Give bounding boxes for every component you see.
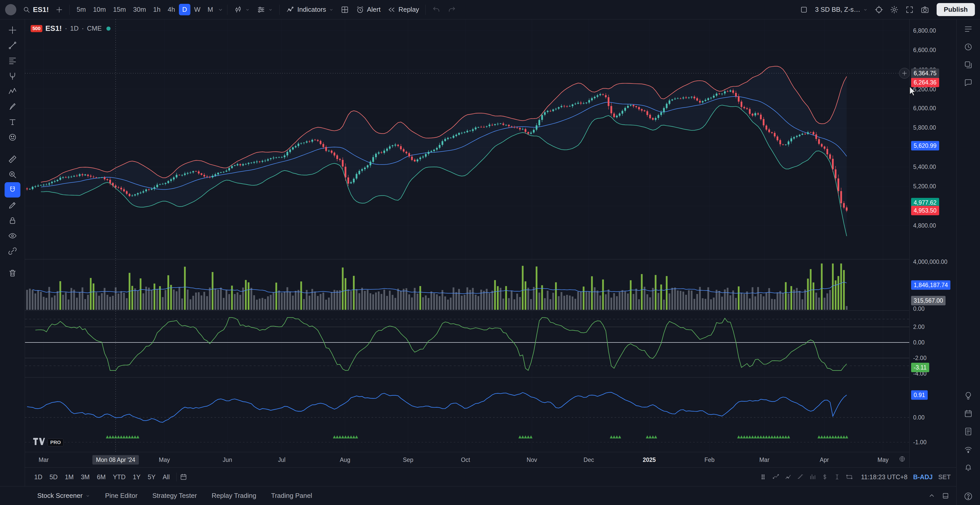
settlement-toggle[interactable]: SET [938, 473, 951, 481]
hide-drawings-tool[interactable] [5, 228, 21, 243]
panel-tab-replay-trading[interactable]: Replay Trading [208, 490, 260, 502]
marker-line-tool[interactable] [772, 473, 780, 481]
publish-button[interactable]: Publish [937, 3, 975, 16]
news-panel-button[interactable] [964, 427, 973, 436]
expand-panel-icon[interactable] [928, 492, 935, 499]
text-cursor-tool[interactable] [834, 473, 841, 481]
drag-handle-icon[interactable] [759, 473, 767, 481]
replay-button[interactable]: Replay [384, 3, 422, 16]
crosshair-tool[interactable] [5, 22, 21, 38]
range-button-3M[interactable]: 3M [77, 472, 94, 482]
adjustment-toggle[interactable]: B-ADJ [913, 473, 932, 481]
range-button-5D[interactable]: 5D [46, 472, 61, 482]
timezone-button[interactable] [899, 456, 906, 464]
trend-line-tool[interactable] [5, 38, 21, 53]
help-button[interactable] [964, 492, 973, 501]
symbol-search-button[interactable]: ES1! [20, 3, 52, 16]
emoji-tool[interactable] [5, 130, 21, 145]
interval-button-10m[interactable]: 10m [89, 4, 109, 15]
range-button-6M[interactable]: 6M [93, 472, 109, 482]
panel-tab-trading-panel[interactable]: Trading Panel [267, 490, 316, 502]
time-axis-label: Mar [38, 457, 49, 464]
range-button-1M[interactable]: 1M [61, 472, 77, 482]
screenshot-button[interactable] [918, 3, 932, 16]
range-button-1D[interactable]: 1D [30, 472, 46, 482]
remove-drawings-tool[interactable] [5, 265, 21, 281]
gear-icon [890, 5, 899, 14]
measure-tool[interactable] [5, 152, 21, 167]
interval-button-4h[interactable]: 4h [164, 4, 178, 15]
streams-panel-button[interactable] [964, 445, 973, 454]
market-status-dot[interactable] [107, 27, 110, 31]
zoom-in-tool[interactable] [5, 167, 21, 182]
quick-search-button[interactable] [872, 3, 886, 16]
user-menu-button[interactable] [5, 4, 16, 15]
chart-settings-button[interactable] [887, 3, 901, 16]
object-tree-panel-button[interactable] [964, 60, 973, 70]
top-toolbar: ES1! 5m10m15m30m1h4hDWM Indicators [0, 0, 980, 19]
panel-tab-pine-editor[interactable]: Pine Editor [102, 490, 141, 502]
alerts-panel-button[interactable] [964, 42, 973, 52]
chart-style-settings-button[interactable] [254, 3, 276, 16]
panel-tab-strategy-tester[interactable]: Strategy Tester [149, 490, 200, 502]
drawing-mode-tool[interactable] [5, 197, 21, 213]
brush-tool[interactable] [5, 99, 21, 114]
tradingview-logo[interactable]: PRO [33, 438, 64, 447]
range-button-YTD[interactable]: YTD [109, 472, 129, 482]
go-to-date-button[interactable] [180, 473, 187, 481]
price-axis-label: 5,400.00 [913, 164, 936, 170]
range-button-1Y[interactable]: 1Y [129, 472, 144, 482]
calendar-panel-button[interactable] [964, 409, 973, 418]
text-tool[interactable] [5, 114, 21, 130]
pitchfork-tool[interactable] [5, 68, 21, 84]
panel-tab-stock-screener[interactable]: Stock Screener [34, 490, 94, 502]
chart-type-button[interactable] [231, 3, 253, 16]
range-button-5Y[interactable]: 5Y [144, 472, 159, 482]
range-button-All[interactable]: All [159, 472, 173, 482]
interval-button-D[interactable]: D [179, 4, 190, 15]
chart-area[interactable] [25, 19, 909, 452]
time-axis[interactable]: MarMayJunJulAugSepOctNovDec2025FebMarApr… [25, 452, 909, 467]
list-icon [964, 24, 973, 34]
fib-retracement-tool[interactable] [5, 53, 21, 68]
chat-panel-button[interactable] [964, 78, 973, 87]
interval-button-W[interactable]: W [191, 4, 204, 15]
bars-tool[interactable] [809, 473, 816, 481]
interval-button-15m[interactable]: 15m [110, 4, 129, 15]
polyline-tool[interactable] [784, 473, 792, 481]
alert-button[interactable]: Alert [353, 3, 383, 16]
notifications-panel-button[interactable] [964, 463, 973, 472]
magnet-tool[interactable] [5, 182, 21, 197]
price-axis-label: 4,000,000.00 [913, 259, 947, 265]
pattern-tool[interactable] [5, 84, 21, 99]
fullscreen-button[interactable] [902, 3, 917, 16]
symbol-legend[interactable]: 500 ES1! · 1D · CME [30, 24, 110, 33]
lock-drawings-tool[interactable] [5, 213, 21, 228]
right-panel-rail [956, 19, 980, 505]
quick-trade-plus-button[interactable] [899, 68, 910, 79]
price-label-tool[interactable] [821, 473, 829, 481]
rectangle-tool[interactable] [846, 473, 853, 481]
watchlist-panel-button[interactable] [964, 24, 973, 34]
interval-chevron-icon[interactable] [218, 6, 224, 13]
layout-select-button[interactable] [338, 3, 352, 16]
ideas-panel-button[interactable] [964, 391, 973, 400]
link-tool[interactable] [5, 243, 21, 259]
interval-button-group: 5m10m15m30m1h4hDWM [73, 4, 216, 15]
indicators-button[interactable]: Indicators [283, 3, 337, 16]
steps-tool[interactable] [797, 473, 804, 481]
template-dropdown[interactable]: 3 SD BB, Z-s… [812, 3, 871, 16]
save-layout-button[interactable] [797, 3, 811, 16]
interval-button-30m[interactable]: 30m [130, 4, 150, 15]
compare-add-symbol-button[interactable] [52, 4, 66, 16]
price-axis[interactable]: 6,800.006,600.006,400.006,200.006,000.00… [909, 19, 956, 467]
redo-button[interactable] [445, 3, 459, 16]
session-clock[interactable]: 11:18:23 UTC+8 [861, 473, 907, 481]
bb-upper-band-label: 6,264.36 [911, 78, 939, 87]
chart-canvas[interactable] [25, 19, 909, 452]
interval-button-1h[interactable]: 1h [150, 4, 164, 15]
interval-button-M[interactable]: M [204, 4, 216, 15]
undo-button[interactable] [429, 3, 444, 16]
restore-panel-icon[interactable] [942, 492, 949, 499]
interval-button-5m[interactable]: 5m [73, 4, 89, 15]
